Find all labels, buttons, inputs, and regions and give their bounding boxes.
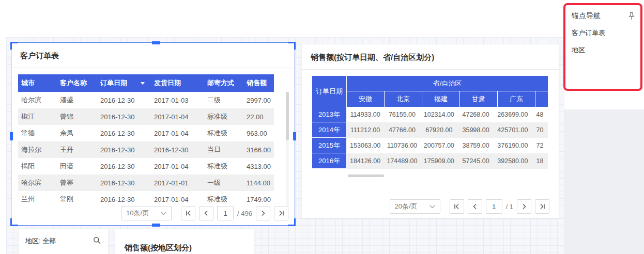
- pivot-cell[interactable]: 35998.00: [457, 122, 494, 138]
- pivot-cell[interactable]: 184126.00: [347, 153, 384, 169]
- pivot-cell[interactable]: 47766.00: [384, 122, 420, 138]
- column-header[interactable]: 客户名称: [57, 78, 97, 88]
- vertical-scrollbar-thumb[interactable]: [286, 92, 289, 140]
- pin-icon[interactable]: [628, 12, 635, 21]
- table-cell[interactable]: 哈尔滨: [18, 178, 57, 187]
- table-cell[interactable]: 2017-01-04: [151, 196, 204, 203]
- pivot-cell[interactable]: 425701.00: [494, 122, 531, 138]
- pivot-cell[interactable]: 174489.00: [384, 153, 420, 169]
- sort-desc-icon[interactable]: [141, 82, 145, 87]
- table-row[interactable]: 揭阳田谙2016-12-302017-01-04标准级4313.00: [18, 158, 274, 174]
- table-cell[interactable]: 潘盛: [57, 96, 97, 105]
- table-cell[interactable]: 2997.00: [243, 97, 274, 104]
- pivot-cell[interactable]: 76155.00: [384, 107, 420, 122]
- province-col-header-clipped[interactable]: [535, 91, 548, 107]
- pivot-cell[interactable]: 153063.00: [347, 138, 384, 153]
- resize-handle-bottom-left[interactable]: [10, 218, 18, 226]
- row-dimension-header[interactable]: 订单日期: [312, 76, 347, 107]
- province-col-header[interactable]: 安徽: [347, 91, 385, 107]
- table-row[interactable]: 海拉尔王丹2016-12-302016-12-30当日3166.00: [18, 141, 274, 158]
- table-cell[interactable]: 1749.00: [243, 196, 274, 203]
- table-cell[interactable]: 2016-12-30: [97, 97, 151, 104]
- page-number-input[interactable]: [486, 199, 502, 214]
- table-cell[interactable]: 2016-12-30: [97, 113, 151, 121]
- page-number-input[interactable]: [217, 206, 234, 220]
- pivot-cell-clipped[interactable]: 70: [531, 122, 548, 138]
- pivot-cell[interactable]: 47268.00: [457, 107, 494, 122]
- table-cell[interactable]: 揭阳: [18, 162, 57, 171]
- table-cell[interactable]: 2016-12-30: [151, 146, 204, 154]
- table-cell[interactable]: 标准级: [204, 112, 243, 121]
- table-cell[interactable]: 22.00: [243, 113, 274, 121]
- column-header[interactable]: 邮寄方式: [204, 78, 243, 88]
- pivot-cell[interactable]: 376190.00: [494, 138, 531, 153]
- last-page-button[interactable]: [274, 206, 288, 220]
- table-cell[interactable]: 标准级: [204, 162, 243, 171]
- anchor-nav-item[interactable]: 地区: [572, 45, 635, 55]
- table-cell[interactable]: 海拉尔: [18, 145, 57, 154]
- province-col-header[interactable]: 北京: [385, 91, 422, 107]
- table-cell[interactable]: 常德: [18, 129, 57, 138]
- table-cell[interactable]: 椒江: [18, 112, 57, 121]
- row-label[interactable]: 2015年: [312, 138, 347, 153]
- pivot-cell[interactable]: 67920.00: [421, 122, 457, 138]
- table-row[interactable]: 哈尔滨潘盛2016-12-302017-01-03二级2997.00: [18, 92, 274, 108]
- pivot-cell-clipped[interactable]: 48: [531, 107, 548, 122]
- anchor-nav-item[interactable]: 客户订单表: [572, 28, 635, 38]
- table-cell[interactable]: 当日: [204, 145, 243, 154]
- table-cell[interactable]: 一级: [204, 178, 243, 187]
- table-cell[interactable]: 曾幂: [57, 178, 97, 187]
- sales-pivot-widget[interactable]: 销售额(按订单日期、省/自治区划分) 订单日期 省/自治区 安徽北京福建甘肃广东…: [301, 44, 559, 218]
- table-cell[interactable]: 2016-12-30: [97, 196, 151, 203]
- table-cell[interactable]: 标准级: [204, 129, 243, 138]
- table-cell[interactable]: 2016-12-30: [97, 130, 151, 137]
- row-label[interactable]: 2016年: [312, 153, 347, 169]
- table-cell[interactable]: 2017-01-04: [151, 113, 204, 121]
- next-page-button[interactable]: [517, 199, 531, 214]
- resize-handle-top-right[interactable]: [288, 42, 296, 50]
- pivot-cell[interactable]: 110736.00: [384, 138, 420, 153]
- pivot-cell[interactable]: 200757.00: [421, 138, 457, 153]
- page-size-select[interactable]: 20条/页: [390, 199, 440, 214]
- pivot-cell[interactable]: 57245.00: [457, 153, 494, 169]
- table-cell[interactable]: 2017-01-04: [151, 163, 204, 170]
- column-header[interactable]: 销售额: [243, 78, 274, 88]
- pivot-cell[interactable]: 175909.00: [421, 153, 457, 169]
- table-cell[interactable]: 2017-01-03: [151, 97, 204, 104]
- table-cell[interactable]: 963.00: [243, 130, 274, 137]
- sales-by-region-widget[interactable]: 销售额(按地区划分): [115, 229, 254, 254]
- pivot-cell[interactable]: 102314.00: [421, 107, 457, 122]
- table-cell[interactable]: 2016-12-30: [97, 163, 151, 170]
- page-size-select[interactable]: 10条/页: [121, 206, 172, 220]
- table-cell[interactable]: 佘凤: [57, 129, 97, 138]
- table-row[interactable]: 常德佘凤2016-12-302017-01-04标准级963.00: [18, 125, 274, 141]
- province-col-header[interactable]: 福建: [422, 91, 460, 107]
- table-cell[interactable]: 田谙: [57, 162, 97, 171]
- region-filter-widget[interactable]: 地区: 全部: [18, 229, 109, 254]
- table-cell[interactable]: 2016-12-30: [97, 179, 151, 187]
- table-cell[interactable]: 2017-01-01: [151, 179, 204, 187]
- first-page-button[interactable]: [181, 206, 195, 220]
- pivot-cell[interactable]: 392580.00: [494, 153, 531, 169]
- first-page-button[interactable]: [450, 199, 464, 214]
- table-cell[interactable]: 哈尔滨: [18, 96, 57, 105]
- table-cell[interactable]: 二级: [204, 96, 243, 105]
- resize-handle-bottom-right[interactable]: [288, 218, 296, 226]
- horizontal-scrollbar-thumb[interactable]: [348, 174, 384, 177]
- table-cell[interactable]: 标准级: [204, 195, 243, 204]
- table-cell[interactable]: 常刚: [57, 195, 97, 204]
- search-icon[interactable]: [93, 236, 101, 244]
- table-row[interactable]: 兰州常刚2016-12-302017-01-04标准级1749.00: [18, 191, 274, 208]
- prev-page-button[interactable]: [199, 206, 213, 220]
- prev-page-button[interactable]: [468, 199, 482, 214]
- resize-handle-top-left[interactable]: [10, 42, 18, 50]
- table-row[interactable]: 哈尔滨曾幂2016-12-302017-01-01一级1144.00: [18, 174, 274, 191]
- vertical-scrollbar[interactable]: [286, 92, 289, 208]
- pivot-cell[interactable]: 38759.00: [457, 138, 494, 153]
- order-table-widget[interactable]: 客户订单表 城市客户名称订单日期发货日期邮寄方式销售额 哈尔滨潘盛2016-12…: [11, 42, 295, 226]
- column-header[interactable]: 城市: [18, 78, 57, 88]
- column-header[interactable]: 发货日期: [151, 78, 204, 88]
- pivot-cell-clipped[interactable]: 72: [531, 138, 548, 153]
- resize-handle-top[interactable]: [152, 41, 160, 44]
- pivot-cell[interactable]: 111212.00: [347, 122, 384, 138]
